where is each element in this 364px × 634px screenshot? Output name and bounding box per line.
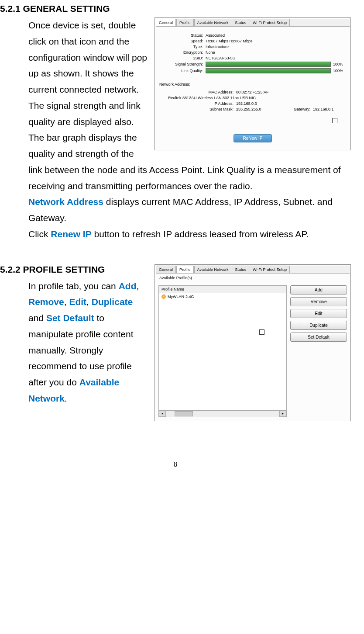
ssid-value: NETGEAR63-5G	[206, 56, 236, 60]
set-default-term: Set Default	[46, 313, 94, 323]
renew-ip-term: Renew IP	[51, 229, 91, 239]
figure-profile-setting: General Profile Available Network Status…	[155, 264, 351, 421]
profile-list-header: Profile Name	[159, 286, 286, 293]
remove-term: Remove	[28, 297, 64, 307]
available-profiles-label: Available Profile(s)	[159, 276, 346, 280]
tab-profile[interactable]: Profile	[176, 19, 194, 26]
para-profile-post: to manipulate profile content manually. …	[28, 313, 134, 387]
mac-address-label: MAC Address:	[159, 90, 236, 94]
link-quality-bar	[206, 68, 331, 73]
heading-5-2-1: 5.2.1 GENERAL SETTING	[0, 3, 351, 14]
set-default-button[interactable]: Set Default	[290, 333, 347, 342]
status-value: Associated	[206, 33, 225, 38]
tab-available-network[interactable]: Available Network	[194, 19, 232, 26]
mac-address-value: 00:02:72:F1:25:AF	[236, 90, 269, 94]
para-profile-pre: In profile tab, you can	[28, 281, 119, 291]
gateway-label: Gateway:	[275, 107, 313, 111]
add-button[interactable]: Add	[290, 285, 347, 294]
para-2: Network Address displays current MAC Add…	[28, 194, 351, 226]
scroll-left-icon[interactable]: ◄	[159, 411, 166, 417]
adapter-name: Realtek 8812AU Wireless LAN 802.11ac USB…	[159, 96, 282, 100]
tabs-general: General Profile Available Network Status…	[156, 19, 350, 27]
subnet-mask-value: 255.255.255.0	[236, 107, 275, 111]
para-3-post: button to refresh IP address leased from…	[92, 229, 309, 239]
tab-available-network-2[interactable]: Available Network	[194, 266, 232, 273]
tab-profile-2[interactable]: Profile	[176, 266, 194, 273]
para-3: Click Renew IP button to refresh IP addr…	[28, 226, 351, 243]
status-label: Status:	[159, 33, 206, 38]
type-value: Infrastructure	[206, 45, 229, 49]
signal-strength-percent: 100%	[333, 62, 346, 66]
scrollbar[interactable]: ◄ ►	[159, 410, 286, 417]
profile-list[interactable]: Profile Name MyWLAN-2.4G ◄ ►	[158, 285, 287, 417]
profile-item[interactable]: MyWLAN-2.4G	[161, 294, 284, 299]
network-address-term: Network Address	[28, 197, 103, 207]
marker-box	[259, 329, 264, 335]
speed-label: Speed:	[159, 39, 206, 43]
section-profile-setting: General Profile Available Network Status…	[0, 264, 351, 426]
profile-item-name: MyWLAN-2.4G	[168, 294, 194, 299]
scroll-right-icon[interactable]: ►	[279, 411, 286, 417]
ip-address-label: IP Address:	[159, 101, 236, 106]
ssid-label: SSID:	[159, 56, 206, 60]
tab-general-2[interactable]: General	[156, 266, 176, 273]
profile-tab-content: Profile Name MyWLAN-2.4G ◄ ►	[156, 283, 350, 420]
speed-value: Tx:867 Mbps Rx:867 Mbps	[206, 39, 253, 43]
gateway-value: 192.168.0.1	[313, 107, 334, 111]
remove-button[interactable]: Remove	[290, 297, 347, 306]
scroll-thumb[interactable]	[175, 411, 193, 416]
general-tab-content: Status: Associated Speed: Tx:867 Mbps Rx…	[156, 27, 350, 149]
link-quality-percent: 100%	[333, 69, 346, 73]
para-3-pre: Click	[28, 229, 51, 239]
tab-wifi-protect-2[interactable]: Wi-Fi Protect Setup	[250, 266, 290, 273]
profile-icon	[161, 294, 166, 299]
type-label: Type:	[159, 45, 206, 49]
network-address-heading: Network Address:	[159, 82, 346, 87]
duplicate-term: Duplicate	[92, 297, 133, 307]
duplicate-button[interactable]: Duplicate	[290, 321, 347, 330]
edit-term: Edit	[69, 297, 86, 307]
checkbox-marker[interactable]	[332, 118, 337, 123]
tab-status[interactable]: Status	[232, 19, 249, 26]
signal-strength-bar	[206, 62, 331, 67]
page-number: 8	[0, 461, 351, 468]
renew-ip-button[interactable]: ReNew IP	[234, 134, 271, 142]
signal-strength-label: Signal Strength:	[159, 62, 206, 66]
tab-general[interactable]: General	[156, 19, 176, 26]
section-general-setting: 5.2.1 GENERAL SETTING General Profile Av…	[0, 3, 351, 243]
tab-status-2[interactable]: Status	[232, 266, 249, 273]
encryption-value: None	[206, 50, 215, 55]
tabs-profile: General Profile Available Network Status…	[156, 266, 350, 274]
link-quality-label: Link Quality:	[159, 69, 206, 73]
tab-wifi-protect[interactable]: Wi-Fi Protect Setup	[250, 19, 290, 26]
edit-button[interactable]: Edit	[290, 309, 347, 318]
add-term: Add	[119, 281, 137, 291]
profile-button-panel: Add Remove Edit Duplicate Set Default	[290, 285, 347, 417]
subnet-mask-label: Subnet Mask:	[159, 107, 236, 111]
encryption-label: Encryption:	[159, 50, 206, 55]
figure-general-setting: General Profile Available Network Status…	[155, 17, 351, 150]
ip-address-value: 192.168.0.3	[236, 101, 257, 106]
